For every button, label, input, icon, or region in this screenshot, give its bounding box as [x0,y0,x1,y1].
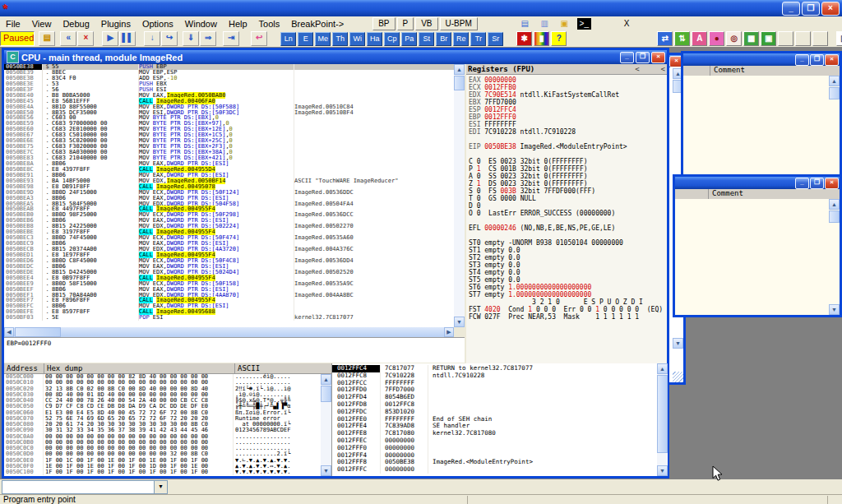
stack-row[interactable]: 0012FFDC853D1020 [332,409,657,416]
register-line[interactable]: S 0 FS 003B 32bit 7FFDF000(FFF) [466,187,667,195]
stack-row[interactable]: 0012FFCCFFFFFFFF [332,380,657,387]
minimize-button[interactable]: _ [795,178,809,189]
register-line[interactable]: Z 1 DS 0023 32bit 0(FFFFFFFF) [466,180,667,187]
stack-row[interactable]: 0012FFF80050BE38ImageRed.<ModuleEntryPoi… [332,459,657,466]
menu-item-options[interactable]: Options [136,18,179,30]
disasm-row[interactable]: 0050BE38$55PUSH EBP [4,64,454,70]
scrollbar-thumb[interactable] [15,327,61,337]
command-input[interactable] [2,481,154,493]
restore-button[interactable]: ❐ [802,2,820,16]
register-line[interactable]: ESP 0012FFC4 [466,106,667,113]
memory-map-icon[interactable]: ▣ [761,31,776,46]
scroll-left-arrow[interactable]: ◀ [4,327,14,337]
register-line[interactable]: EDI 7C910228 ntdll.7C910228 [466,128,667,136]
swap-panes-icon[interactable]: ⇄ [657,31,673,46]
scrollbar-thumb[interactable] [829,210,840,223]
scrollbar-thumb[interactable] [657,375,668,453]
scrollbar-thumb[interactable] [321,386,331,402]
settings-gear-icon[interactable]: ✱ [516,31,532,46]
register-line[interactable] [466,136,667,143]
scroll-up-arrow[interactable]: ▲ [829,76,840,86]
scroll-down-arrow[interactable]: ▼ [673,338,683,349]
maximize-button[interactable]: ❐ [810,178,824,189]
minimize-button[interactable]: _ [795,54,809,66]
register-line[interactable]: FST 4020 Cond 1 0 0 0 Err 0 0 1 0 0 0 0 … [466,306,667,313]
register-line[interactable]: ESI FFFFFFFF [466,121,667,128]
menu-item-tools[interactable]: Tools [253,18,286,30]
register-line[interactable]: ST3 empty 0.0 [466,261,667,269]
scrollbar-thumb[interactable] [829,87,840,99]
execute-return-icon[interactable]: ⇥ [223,31,239,46]
comment-column-header[interactable]: Comment [710,66,745,76]
comment-column-header[interactable]: Comment [709,189,743,199]
register-line[interactable]: O 0 LastErr ERROR_SUCCESS (00000000) [466,210,667,217]
stack-row[interactable]: 0012FFFC00000000 [332,466,657,474]
stack-row[interactable]: 0012FFD48054B6ED [332,394,657,401]
scroll-down-arrow[interactable]: ▼ [321,465,331,476]
registers-next-button[interactable]: < [661,65,665,73]
close-button[interactable]: × [825,54,839,66]
scrollbar-thumb[interactable] [454,76,465,90]
dump-vertical-scrollbar[interactable]: ▲ ▼ [321,374,331,476]
comment-list-body[interactable] [675,199,840,315]
disassembly-pane[interactable]: 0050BE38$55PUSH EBP0050BE39.8BECMOV EBP,… [4,64,465,327]
breakpoint-dot-icon[interactable]: ● [709,31,724,46]
hex-dump-pane[interactable]: Address Hex dump ASCII 0050C00000 00 00 … [4,363,331,476]
register-line[interactable]: ST2 empty 0.0 [466,254,667,261]
spiral-trace-icon[interactable]: ◎ [726,31,742,46]
disasm-row[interactable]: 0050BE3E.53PUSH EBX [4,81,454,87]
toolbar-button-e[interactable]: E [298,32,313,46]
menubar-button-u-bpm[interactable]: U-BPM [440,17,478,30]
register-line[interactable]: EFL 00000246 (NO,NB,E,BE,NS,PE,GE,LE) [466,224,667,232]
menu-item-help[interactable]: Help [223,18,253,30]
folder-icon[interactable]: ▣ [557,17,572,30]
register-line[interactable]: EBP 0012FFF0 [466,113,667,121]
register-line[interactable]: ECX 0012FFB0 [466,84,667,91]
go-to-icon[interactable]: ↩ [251,31,267,46]
minimize-button[interactable]: _ [620,52,634,63]
menu-item-breakpoint[interactable]: BreakPoint-> [285,18,349,30]
close-program-icon[interactable]: × [77,31,94,46]
pause-icon[interactable]: ▌▌ [119,31,136,46]
close-button[interactable]: × [651,52,665,63]
scroll-right-arrow[interactable]: ▶ [444,327,454,337]
disasm-horizontal-scrollbar[interactable]: ◀ ▶ [4,327,454,337]
window-list-icon[interactable]: ▥ [836,31,842,46]
dump-row[interactable]: 0050C1001F 00 1F 00 1F 00 1F 00 1F 00 1F… [4,469,321,475]
toolbar-button-pa[interactable]: Pa [401,32,417,46]
register-line[interactable]: FCW 027F Prec NEAR,53 Mask 1 1 1 1 1 1 [466,313,667,321]
console-icon[interactable]: >_ [576,17,592,30]
step-into-icon[interactable]: ↓ [144,31,160,46]
menu-item-plugins[interactable]: Plugins [95,18,136,30]
toolband-close-button[interactable]: X [618,17,636,30]
toolbar-button-sr[interactable]: Sr [488,32,503,46]
scroll-up-arrow[interactable]: ▲ [657,363,668,374]
toolbar-button-me[interactable]: Me [315,32,331,46]
scroll-up-arrow[interactable]: ▲ [829,199,840,210]
close-button[interactable]: × [825,178,839,189]
updown-icon[interactable]: ⇅ [674,31,690,46]
binary-icon[interactable]: ▦ [743,31,759,46]
stack-pane[interactable]: 0012FFC47C817077RETURN to kernel32.7C817… [331,363,668,476]
register-line[interactable]: 3 2 1 0 E S P U O Z D I [466,298,667,306]
assemble-a-icon[interactable]: A [692,31,707,46]
register-line[interactable]: ST4 empty 0.0 [466,269,667,276]
stack-row[interactable]: 0012FFD07FFD7000 [332,386,657,394]
register-line[interactable]: EBX 7FFD7000 [466,99,667,106]
toolbar-button-wi[interactable]: Wi [349,32,365,46]
stack-row[interactable]: 0012FFEC00000000 [332,437,657,445]
maximize-button[interactable]: ❐ [810,54,824,66]
doc-icon[interactable]: ▥ [537,17,553,30]
disasm-row[interactable]: 0050BE3B.83C4 F0ADD ESP,-10 [4,76,454,81]
register-line[interactable]: ST5 empty 0.0 [466,276,667,284]
register-line[interactable]: A 0 SS 0023 32bit 0(FFFFFFFF) [466,173,667,180]
toolbar-button-re[interactable]: Re [453,32,469,46]
menu-item-window[interactable]: Window [179,18,223,30]
register-line[interactable]: EIP 0050BE38 ImageRed.<ModuleEntryPoint> [466,143,667,150]
scroll-down-arrow[interactable]: ▼ [454,317,465,327]
registers-pane[interactable]: Registers (FPU) < < EAX 00000000ECX 0012… [466,64,667,363]
menu-item-debug[interactable]: Debug [57,18,95,30]
info-pane[interactable]: EBP=0012FFF0 [4,337,465,363]
menubar-button-p[interactable]: P [397,17,414,30]
stack-row[interactable]: 0012FFF000000000 [332,445,657,452]
